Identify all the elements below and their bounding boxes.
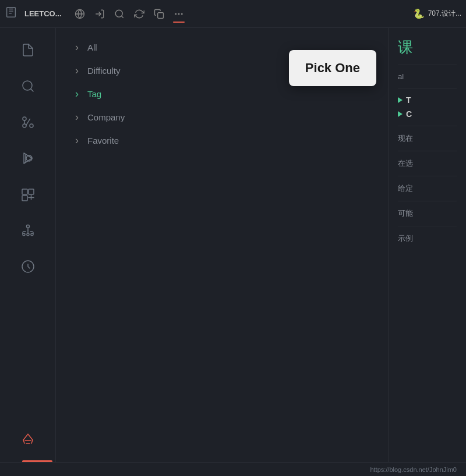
file-icon <box>5 6 17 22</box>
right-line-3: 给定 <box>398 183 457 194</box>
search-activity-icon[interactable] <box>10 69 45 104</box>
filter-label-company: Company <box>87 112 125 122</box>
right-panel: 课 al T C 现在 在选 给定 可能 示例 <box>388 28 466 462</box>
svg-rect-2 <box>157 12 163 18</box>
right-divider-5 <box>398 176 457 176</box>
right-line-1: 现在 <box>398 133 457 144</box>
chevron-favorite-icon <box>72 135 82 145</box>
right-divider-6 <box>398 201 457 201</box>
source-activity-icon[interactable] <box>10 249 45 284</box>
globe-button[interactable] <box>71 6 89 22</box>
pick-one-label: Pick One <box>305 61 360 75</box>
status-bar: https://blog.csdn.net/JohnJim0 <box>0 462 466 476</box>
filter-label-tag: Tag <box>87 89 101 99</box>
chevron-tag-icon <box>72 88 82 99</box>
python-label: 707.设计... <box>428 9 461 19</box>
debug-activity-icon[interactable] <box>10 141 45 176</box>
right-line-4: 可能 <box>398 208 457 219</box>
triangle-c-icon <box>398 111 403 117</box>
right-green-text: 课 <box>398 37 457 58</box>
filter-item-favorite[interactable]: Favorite <box>61 129 383 151</box>
right-divider-4 <box>398 151 457 151</box>
right-divider-7 <box>398 226 457 226</box>
svg-line-7 <box>30 89 33 91</box>
right-divider-2 <box>398 88 457 88</box>
pick-one-popup[interactable]: Pick One <box>289 50 376 86</box>
svg-rect-15 <box>29 189 34 194</box>
app-title: LEETCO... <box>24 9 62 18</box>
svg-point-5 <box>181 13 182 15</box>
right-line-t: T <box>398 95 457 105</box>
right-line-2: 在选 <box>398 158 457 169</box>
right-line-c: C <box>398 109 457 119</box>
filter-label-favorite: Favorite <box>87 136 119 145</box>
svg-rect-14 <box>22 189 27 194</box>
svg-point-18 <box>23 233 25 236</box>
svg-point-19 <box>31 233 33 236</box>
files-activity-icon[interactable] <box>10 33 45 68</box>
activity-bar <box>0 28 56 462</box>
top-bar: LEETCO... <box>0 0 466 28</box>
svg-point-3 <box>175 13 176 15</box>
more-button[interactable] <box>170 6 188 22</box>
filter-label-all: All <box>87 42 97 52</box>
filter-list: All Difficulty Tag Company Favorite <box>56 28 388 159</box>
svg-point-4 <box>178 13 179 15</box>
top-bar-icons <box>71 6 413 22</box>
extensions-activity-icon[interactable] <box>10 177 45 212</box>
svg-point-8 <box>30 124 33 127</box>
svg-point-1 <box>115 10 122 17</box>
status-url: https://blog.csdn.net/JohnJim0 <box>370 466 457 473</box>
right-line-5: 示例 <box>398 233 457 244</box>
tree-activity-icon[interactable] <box>10 213 45 248</box>
right-divider-1 <box>398 65 457 65</box>
svg-marker-11 <box>24 153 32 164</box>
copy-button[interactable] <box>150 6 168 22</box>
signout-button[interactable] <box>91 6 108 22</box>
svg-point-20 <box>27 233 29 236</box>
chevron-difficulty-icon <box>72 65 82 76</box>
lc-bottom-indicator <box>22 460 52 462</box>
python-icon: 🐍 <box>413 8 425 19</box>
right-line-al: al <box>398 72 457 81</box>
sidebar-panel: Pick One All Difficulty Tag Company <box>56 28 388 462</box>
top-bar-right: 🐍 707.设计... <box>413 8 461 19</box>
filter-item-company[interactable]: Company <box>61 106 383 128</box>
search-button[interactable] <box>111 6 128 22</box>
right-divider-3 <box>398 126 457 126</box>
svg-point-9 <box>23 117 26 120</box>
main-layout: Pick One All Difficulty Tag Company <box>0 28 466 462</box>
chevron-company-icon <box>72 112 82 122</box>
chevron-all-icon <box>72 42 82 52</box>
leetcode-activity-icon[interactable] <box>10 422 45 457</box>
right-content: 课 al T C 现在 在选 给定 可能 示例 <box>389 28 466 258</box>
triangle-t-icon <box>398 97 403 103</box>
refresh-button[interactable] <box>130 6 148 22</box>
filter-label-difficulty: Difficulty <box>87 66 120 76</box>
svg-rect-16 <box>22 196 27 201</box>
git-activity-icon[interactable] <box>10 105 45 140</box>
